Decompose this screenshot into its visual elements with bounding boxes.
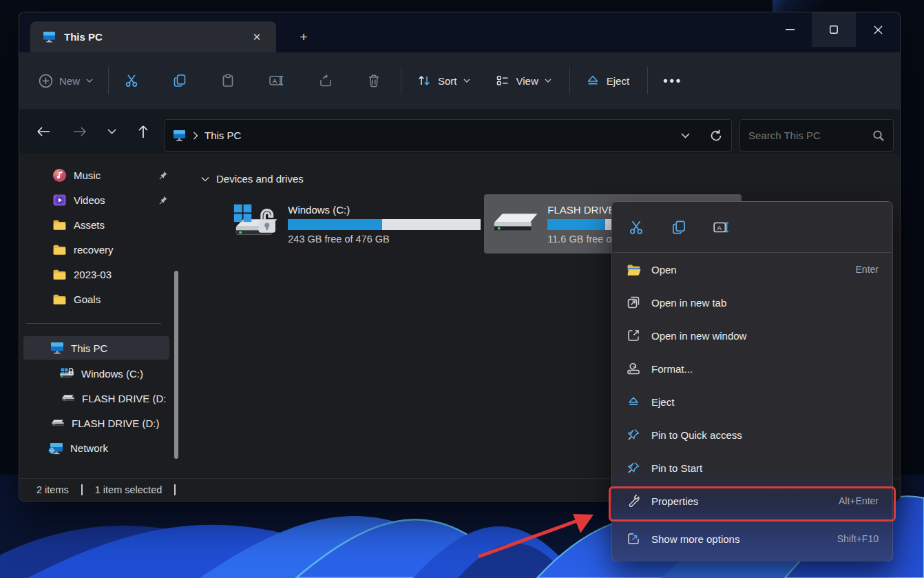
rename-button[interactable]: A [262,65,292,96]
paste-icon [220,73,235,88]
folder-icon [52,243,67,256]
forward-button[interactable] [66,118,94,145]
menu-item-pin-to-quick-access[interactable]: Pin to Quick access [612,418,892,451]
sidebar-item-label: Assets [74,219,105,231]
menu-item-label: Open in new window [651,330,746,342]
menu-item-label: Pin to Start [651,462,702,474]
recent-locations-button[interactable] [98,118,125,145]
arrow-back-icon [36,126,50,137]
minimize-button[interactable] [768,12,812,47]
minimize-icon [786,29,795,30]
menu-item-open-in-new-window[interactable]: Open in new window [612,319,892,352]
copy-button[interactable] [165,65,194,96]
format-drive-icon [627,362,640,375]
rename-icon: A [713,219,731,236]
sidebar-item-2023-03[interactable]: 2023-03 [23,262,169,286]
arrow-forward-icon [73,126,87,137]
sidebar-item-windows-c[interactable]: Windows (C:) [23,362,169,385]
sidebar-item-label: 2023-03 [74,269,112,280]
tab-this-pc[interactable]: This PC ✕ [30,21,276,52]
sidebar-item-flash-drive-1[interactable]: FLASH DRIVE (D: [23,386,169,410]
new-tab-button[interactable]: + [293,28,314,47]
cut-button[interactable] [622,213,651,242]
menu-item-label: Open in new tab [651,297,726,309]
search-input[interactable] [748,130,872,141]
menu-item-pin-to-start[interactable]: Pin to Start [612,451,892,484]
menu-item-format[interactable]: Format... [612,352,892,385]
copy-button[interactable] [664,213,693,242]
usb-drive-icon [490,201,542,247]
close-icon [874,25,883,34]
up-button[interactable] [129,118,157,145]
eject-button[interactable]: Eject [578,65,636,96]
sidebar-item-flash-drive-2[interactable]: FLASH DRIVE (D:) [23,411,169,435]
sidebar-item-goals[interactable]: Goals [23,287,169,311]
section-title: Devices and drives [216,173,304,185]
close-button[interactable] [856,12,900,47]
open-new-tab-icon [627,296,640,309]
share-button[interactable] [311,65,340,96]
menu-item-label: Open [651,264,677,276]
arrow-up-icon [138,125,149,138]
toolbar-divider [647,67,648,94]
address-bar[interactable]: This PC [164,119,732,152]
sort-button[interactable]: Sort [410,65,477,96]
sidebar-item-recovery[interactable]: recovery [23,238,169,261]
search-box[interactable] [739,119,894,152]
items-count: 2 items [36,484,69,495]
sidebar-item-label: Goals [74,293,101,305]
folder-open-icon [627,263,641,276]
sidebar-item-videos[interactable]: Videos [23,188,169,211]
rename-icon: A [269,73,285,88]
maximize-button[interactable] [812,12,856,47]
cut-button[interactable] [117,65,146,96]
sidebar-scrollbar[interactable] [174,271,178,459]
rename-button[interactable]: A [707,213,736,242]
sidebar-item-label: Network [70,442,108,454]
breadcrumb[interactable]: This PC [204,130,675,141]
menu-item-open-in-new-tab[interactable]: Open in new tab [612,286,892,319]
section-devices-and-drives[interactable]: Devices and drives [201,173,304,185]
menu-item-show-more-options[interactable]: Show more options Shift+F10 [612,524,892,554]
menu-item-label: Format... [651,363,693,375]
pin-icon [627,428,640,442]
search-icon[interactable] [872,130,885,142]
drive-tile-windows-c[interactable]: Windows (C:) 243 GB free of 476 GB [224,194,482,254]
music-icon [52,168,67,183]
see-more-button[interactable]: ••• [656,65,689,96]
annotation-arrow [441,496,606,572]
menu-item-open[interactable]: Open Enter [612,253,892,286]
view-button[interactable]: View [488,65,558,96]
toolbar-divider [401,67,401,94]
delete-button[interactable] [359,65,388,96]
sidebar-item-music[interactable]: Music [23,163,169,187]
menu-item-shortcut: Enter [856,264,879,275]
sort-icon [417,73,432,88]
open-new-window-icon [627,329,640,342]
new-label: New [59,75,80,87]
show-more-icon [627,532,640,546]
navigation-pane: Music Videos Assets [19,154,183,478]
refresh-icon[interactable] [709,129,723,143]
breadcrumb-chevron-icon [193,132,198,140]
sidebar-item-label: FLASH DRIVE (D:) [72,417,160,429]
sidebar-item-this-pc[interactable]: This PC [23,336,169,360]
copy-icon [671,219,687,236]
this-pc-icon [50,342,64,354]
tab-close-button[interactable]: ✕ [247,28,266,47]
menu-item-eject[interactable]: Eject [612,385,892,418]
share-icon [318,73,333,88]
sidebar-item-network[interactable]: Network [23,436,169,460]
window-controls [768,12,900,47]
new-button[interactable]: New [32,65,100,96]
this-pc-icon [173,130,186,141]
address-dropdown-icon[interactable] [681,133,690,138]
windows-drive-icon [59,367,74,380]
ellipsis-icon: ••• [663,74,682,88]
chevron-down-icon [107,129,116,134]
sidebar-item-assets[interactable]: Assets [23,213,169,236]
sidebar-item-label: Windows (C:) [81,368,143,380]
sidebar-item-label: This PC [71,342,107,354]
back-button[interactable] [30,118,57,145]
paste-button[interactable] [213,65,242,96]
